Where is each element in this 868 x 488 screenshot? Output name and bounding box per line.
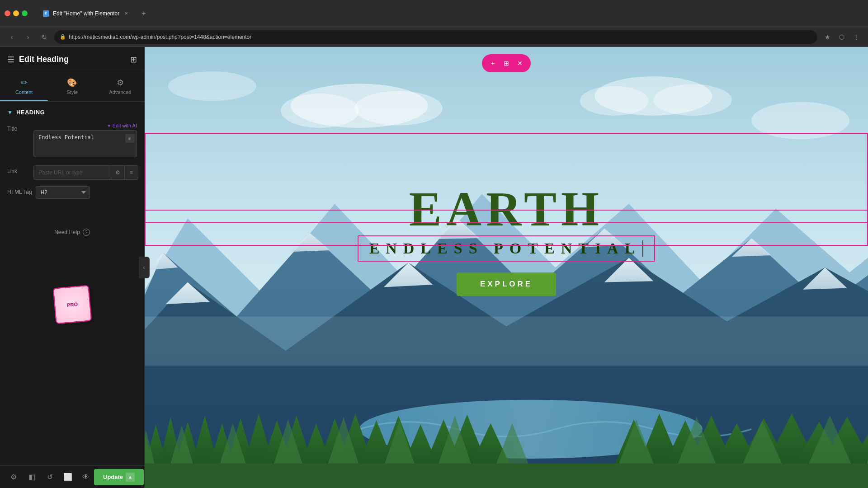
html-tag-select[interactable]: H1 H2 H3 H4 H5 H6 div span p <box>36 186 90 199</box>
title-field-control: ✦ Edit with AI Endless Potential ≡ <box>33 123 137 159</box>
panel-header-left: ☰ Edit Heading <box>7 55 69 65</box>
advanced-tab-label: Advanced <box>109 89 131 95</box>
hero-content: EARTH ENDLESS POTENTIAL EXPLORE <box>145 47 868 488</box>
ai-label-text: Edit with AI <box>113 123 137 128</box>
traffic-lights <box>5 10 28 16</box>
link-field-row: Link ⚙ ≡ <box>7 165 137 180</box>
back-button[interactable]: ‹ <box>5 31 18 43</box>
title-textarea[interactable]: Endless Potential <box>33 130 137 157</box>
menu-icon[interactable]: ⋮ <box>850 31 863 43</box>
bottom-icons: ⚙ ◧ ↺ ⬜ 👁 <box>5 469 94 485</box>
minimize-window-button[interactable] <box>13 10 19 16</box>
maximize-window-button[interactable] <box>22 10 28 16</box>
section-arrow-icon: ▼ <box>7 109 13 116</box>
tab-style[interactable]: 🎨 Style <box>48 72 96 101</box>
link-field-control: ⚙ ≡ <box>33 165 138 180</box>
html-tag-label: HTML Tag <box>7 186 32 195</box>
close-window-button[interactable] <box>5 10 10 16</box>
extensions-icon[interactable]: ⬡ <box>835 31 848 43</box>
tab-close-button[interactable]: ✕ <box>123 10 129 17</box>
new-tab-button[interactable]: + <box>137 7 150 20</box>
browser-chrome: E Edit "Home" with Elementor ✕ + <box>0 0 868 27</box>
subtitle-text[interactable]: ENDLESS POTENTIAL <box>369 240 642 257</box>
link-dynamic-button[interactable]: ≡ <box>124 166 138 179</box>
update-label: Update <box>103 474 123 480</box>
dynamic-tags-button[interactable]: ≡ <box>125 134 134 143</box>
html-tag-field-row: HTML Tag H1 H2 H3 H4 H5 H6 div span p <box>7 186 137 199</box>
content-tab-label: Content <box>15 89 33 95</box>
panel-bottom: ⚙ ◧ ↺ ⬜ 👁 Update ▲ <box>0 465 144 488</box>
link-input[interactable] <box>34 166 111 179</box>
canvas-add-button[interactable]: + <box>486 57 499 70</box>
active-tab[interactable]: E Edit "Home" with Elementor ✕ <box>36 6 137 21</box>
bookmark-icon[interactable]: ★ <box>821 31 834 43</box>
preview-icon[interactable]: 👁 <box>78 469 94 485</box>
link-settings-button[interactable]: ⚙ <box>111 166 124 179</box>
panel-collapse-handle[interactable]: ‹ <box>139 257 150 278</box>
style-tab-icon: 🎨 <box>67 78 77 88</box>
heading-section-header[interactable]: ▼ Heading <box>7 109 137 116</box>
html-tag-control: H1 H2 H3 H4 H5 H6 div span p <box>36 186 137 199</box>
settings-icon[interactable]: ⚙ <box>5 469 22 485</box>
hero-background: EARTH ENDLESS POTENTIAL EXPLORE <box>145 47 868 488</box>
pro-badge-text: PRO <box>66 301 78 308</box>
hamburger-icon[interactable]: ☰ <box>7 55 14 65</box>
forward-button[interactable]: › <box>22 31 34 43</box>
help-icon: ? <box>83 229 90 236</box>
panel-tabs: ✏ Content 🎨 Style ⚙ Advanced <box>0 72 144 102</box>
tab-content[interactable]: ✏ Content <box>0 72 48 101</box>
ai-star-icon: ✦ <box>107 123 111 128</box>
elementor-panel: ☰ Edit Heading ⊞ ✏ Content 🎨 Style ⚙ Adv… <box>0 47 145 488</box>
link-input-wrapper: ⚙ ≡ <box>33 165 138 180</box>
main-layout: ☰ Edit Heading ⊞ ✏ Content 🎨 Style ⚙ Adv… <box>0 47 868 488</box>
layers-icon[interactable]: ◧ <box>24 469 40 485</box>
edit-with-ai-button[interactable]: ✦ Edit with AI <box>107 123 137 128</box>
pro-badge: PRO <box>52 285 92 324</box>
canvas-close-button[interactable]: ✕ <box>514 57 526 70</box>
history-icon[interactable]: ↺ <box>42 469 58 485</box>
heading-section-title: Heading <box>16 109 45 116</box>
title-field-row: Title ✦ Edit with AI Endless Potential ≡ <box>7 123 137 159</box>
canvas-toolbar: + ⊞ ✕ <box>482 54 531 72</box>
url-text: https://meticsmedia1.com/wp-admin/post.p… <box>69 34 251 40</box>
text-cursor <box>642 240 643 257</box>
canvas-grid-button[interactable]: ⊞ <box>500 57 513 70</box>
need-help-section[interactable]: Need Help ? <box>7 223 137 241</box>
tab-bar: E Edit "Home" with Elementor ✕ + <box>36 6 150 21</box>
lock-icon: 🔒 <box>60 34 66 40</box>
responsive-icon[interactable]: ⬜ <box>60 469 76 485</box>
panel-title: Edit Heading <box>19 55 69 64</box>
tab-title: Edit "Home" with Elementor <box>53 10 119 17</box>
content-tab-icon: ✏ <box>21 78 28 88</box>
update-arrow-icon: ▲ <box>126 473 135 482</box>
need-help-label: Need Help <box>54 229 80 235</box>
browser-toolbar: ‹ › ↻ 🔒 https://meticsmedia1.com/wp-admi… <box>0 27 868 47</box>
tab-favicon: E <box>43 10 49 17</box>
refresh-button[interactable]: ↻ <box>38 31 51 43</box>
title-input-wrapper: Endless Potential ≡ <box>33 130 137 159</box>
browser-toolbar-icons: ★ ⬡ ⋮ <box>821 31 863 43</box>
explore-button[interactable]: EXPLORE <box>457 272 556 296</box>
subtitle-container: ENDLESS POTENTIAL <box>358 235 656 262</box>
earth-heading[interactable]: EARTH <box>409 185 604 234</box>
grid-icon[interactable]: ⊞ <box>130 55 137 65</box>
panel-content: ▼ Heading Title ✦ Edit with AI Endless P… <box>0 102 144 465</box>
style-tab-label: Style <box>66 89 77 95</box>
canvas-area[interactable]: + ⊞ ✕ <box>145 47 868 488</box>
title-label: Title <box>7 123 30 132</box>
tab-advanced[interactable]: ⚙ Advanced <box>96 72 144 101</box>
address-bar[interactable]: 🔒 https://meticsmedia1.com/wp-admin/post… <box>54 30 817 44</box>
advanced-tab-icon: ⚙ <box>117 78 124 88</box>
update-button[interactable]: Update ▲ <box>94 469 144 485</box>
panel-header: ☰ Edit Heading ⊞ <box>0 47 144 72</box>
link-label: Link <box>7 165 30 174</box>
